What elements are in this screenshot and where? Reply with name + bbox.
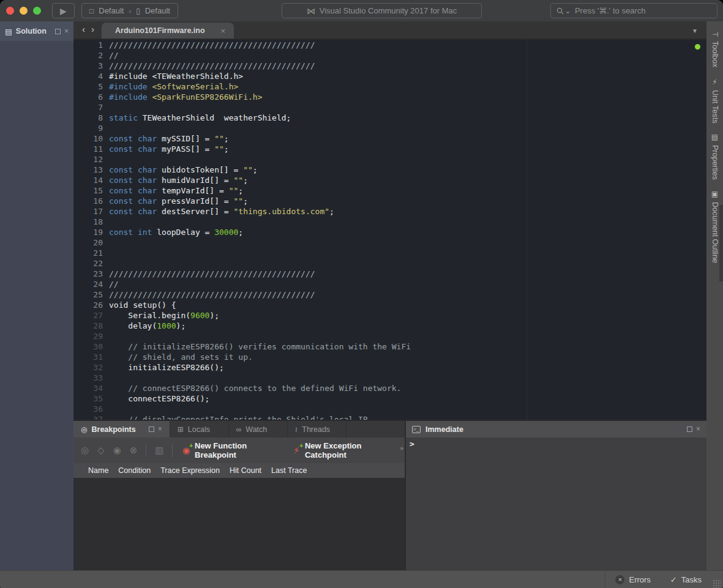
close-pane-icon[interactable]: × bbox=[696, 426, 700, 432]
column-header[interactable]: Last Trace bbox=[271, 466, 307, 475]
side-tab-properties[interactable]: ▤Properties bbox=[711, 133, 719, 180]
new-function-breakpoint-button[interactable]: ◉ + New Function Breakpoint bbox=[181, 441, 283, 460]
dock-tab-breakpoints[interactable]: ◎Breakpoints× bbox=[73, 421, 170, 437]
breakpoints-list[interactable] bbox=[73, 478, 405, 570]
line-number[interactable]: 33 bbox=[73, 373, 109, 383]
close-tab-icon[interactable]: × bbox=[221, 26, 226, 35]
code-line[interactable]: 3///////////////////////////////////////… bbox=[73, 61, 706, 71]
remove-all-breakpoints-icon[interactable]: ⊗ bbox=[130, 445, 138, 456]
code-line[interactable]: 26void setup() { bbox=[73, 300, 706, 310]
line-number[interactable]: 14 bbox=[73, 175, 109, 185]
line-number[interactable]: 13 bbox=[73, 165, 109, 175]
close-pane-icon[interactable]: × bbox=[158, 426, 162, 432]
code-line[interactable]: 16const char pressVarId[] = ""; bbox=[73, 196, 706, 206]
code-line[interactable]: 4#include <TEWeatherShield.h> bbox=[73, 71, 706, 81]
code-line[interactable]: 34 // connectESP8266() connects to the d… bbox=[73, 383, 706, 393]
code-line[interactable]: 8static TEWeatherShield weatherShield; bbox=[73, 113, 706, 123]
code-line[interactable]: 23//////////////////////////////////////… bbox=[73, 269, 706, 279]
line-number[interactable]: 36 bbox=[73, 404, 109, 414]
line-number[interactable]: 20 bbox=[73, 237, 109, 248]
line-number[interactable]: 25 bbox=[73, 289, 109, 300]
code-line[interactable]: 21 bbox=[73, 248, 706, 258]
line-number[interactable]: 24 bbox=[73, 279, 109, 289]
line-number[interactable]: 22 bbox=[73, 258, 109, 269]
line-number[interactable]: 12 bbox=[73, 154, 109, 165]
code-line[interactable]: 37 // displayConnectInfo prints the Shie… bbox=[73, 414, 706, 420]
line-number[interactable]: 1 bbox=[73, 40, 109, 50]
code-line[interactable]: 11const char myPASS[] = ""; bbox=[73, 144, 706, 154]
code-line[interactable]: 36 bbox=[73, 404, 706, 414]
code-line[interactable]: 5#include <SoftwareSerial.h> bbox=[73, 81, 706, 92]
code-line[interactable]: 27 Serial.begin(9600); bbox=[73, 310, 706, 321]
line-number[interactable]: 17 bbox=[73, 206, 109, 217]
dock-tab-watch[interactable]: ∞Watch bbox=[229, 421, 288, 437]
immediate-input[interactable]: > bbox=[406, 437, 706, 570]
choose-columns-icon[interactable]: ▥ bbox=[155, 445, 163, 456]
tab-list-dropdown-icon[interactable]: ▼ bbox=[692, 28, 698, 34]
line-number[interactable]: 9 bbox=[73, 123, 109, 133]
code-line[interactable]: 19const int loopDelay = 30000; bbox=[73, 227, 706, 237]
clear-breakpoint-icon[interactable]: ◇ bbox=[97, 445, 105, 456]
code-line[interactable]: 9 bbox=[73, 123, 706, 133]
column-header[interactable]: Trace Expression bbox=[160, 466, 220, 475]
line-number[interactable]: 3 bbox=[73, 61, 109, 71]
code-line[interactable]: 10const char mySSID[] = ""; bbox=[73, 133, 706, 144]
run-button[interactable]: ▶ bbox=[52, 3, 75, 18]
minimize-window-button[interactable] bbox=[20, 7, 28, 15]
column-header[interactable]: Name bbox=[88, 466, 108, 475]
code-line[interactable]: 13const char ubidotsToken[] = ""; bbox=[73, 165, 706, 175]
code-line[interactable]: 12 bbox=[73, 154, 706, 165]
code-line[interactable]: 14const char humidVarId[] = ""; bbox=[73, 175, 706, 185]
line-number[interactable]: 19 bbox=[73, 227, 109, 237]
line-number[interactable]: 8 bbox=[73, 113, 109, 123]
side-tab-document-outline[interactable]: ▣Document Outline bbox=[711, 190, 719, 263]
side-tab-unit-tests[interactable]: ⚡Unit Tests bbox=[711, 78, 719, 124]
tasks-button[interactable]: ✓ Tasks bbox=[661, 575, 711, 584]
line-number[interactable]: 11 bbox=[73, 144, 109, 154]
code-line[interactable]: 18 bbox=[73, 217, 706, 227]
editor-scrollbar-thumb[interactable] bbox=[719, 205, 723, 281]
code-line[interactable]: 29 bbox=[73, 331, 706, 341]
code-line[interactable]: 35 connectESP8266(); bbox=[73, 393, 706, 404]
code-line[interactable]: 22 bbox=[73, 258, 706, 269]
toolbar-overflow-icon[interactable]: » bbox=[400, 445, 403, 452]
code-line[interactable]: 15const char tempVarId[] = ""; bbox=[73, 185, 706, 196]
line-number[interactable]: 18 bbox=[73, 217, 109, 227]
navigate-back-button[interactable]: ‹ bbox=[82, 24, 85, 34]
zoom-window-button[interactable] bbox=[33, 7, 41, 15]
code-line[interactable]: 2// bbox=[73, 50, 706, 61]
side-tab-toolbox[interactable]: ⊤Toolbox bbox=[711, 31, 719, 68]
resize-grip[interactable] bbox=[713, 579, 721, 588]
line-number[interactable]: 26 bbox=[73, 300, 109, 310]
code-line[interactable]: 1///////////////////////////////////////… bbox=[73, 40, 706, 50]
dock-pane-icon[interactable] bbox=[55, 29, 61, 34]
tab-arduino101firmware[interactable]: Arduino101Firmware.ino × bbox=[102, 23, 234, 39]
line-number[interactable]: 15 bbox=[73, 185, 109, 196]
build-configuration-selector[interactable]: □ Default › ▯ Default bbox=[81, 3, 178, 18]
code-editor[interactable]: 1///////////////////////////////////////… bbox=[73, 40, 706, 420]
line-number[interactable]: 32 bbox=[73, 362, 109, 373]
line-number[interactable]: 37 bbox=[73, 414, 109, 420]
line-number[interactable]: 23 bbox=[73, 269, 109, 279]
line-number[interactable]: 30 bbox=[73, 341, 109, 352]
code-line[interactable]: 7 bbox=[73, 102, 706, 113]
column-header[interactable]: Condition bbox=[118, 466, 151, 475]
line-number[interactable]: 4 bbox=[73, 71, 109, 81]
navigate-forward-button[interactable]: › bbox=[91, 24, 94, 34]
line-number[interactable]: 29 bbox=[73, 331, 109, 341]
analysis-status-icon[interactable] bbox=[695, 44, 700, 50]
line-number[interactable]: 16 bbox=[73, 196, 109, 206]
line-number[interactable]: 5 bbox=[73, 81, 109, 92]
column-header[interactable]: Hit Count bbox=[230, 466, 261, 475]
line-number[interactable]: 2 bbox=[73, 50, 109, 61]
line-number[interactable]: 10 bbox=[73, 133, 109, 144]
new-exception-catchpoint-button[interactable]: ⚡ + New Exception Catchpoint bbox=[291, 441, 397, 460]
code-line[interactable]: 28 delay(1000); bbox=[73, 321, 706, 331]
line-number[interactable]: 7 bbox=[73, 102, 109, 113]
code-line[interactable]: 17const char destServer[] = "things.ubid… bbox=[73, 206, 706, 217]
code-line[interactable]: 32 initializeESP8266(); bbox=[73, 362, 706, 373]
search-input[interactable]: ⌄ Press '⌘.' to search bbox=[550, 3, 717, 18]
code-line[interactable]: 33 bbox=[73, 373, 706, 383]
close-pane-icon[interactable]: × bbox=[64, 29, 69, 34]
disable-all-breakpoints-icon[interactable]: ◉ bbox=[113, 445, 121, 456]
